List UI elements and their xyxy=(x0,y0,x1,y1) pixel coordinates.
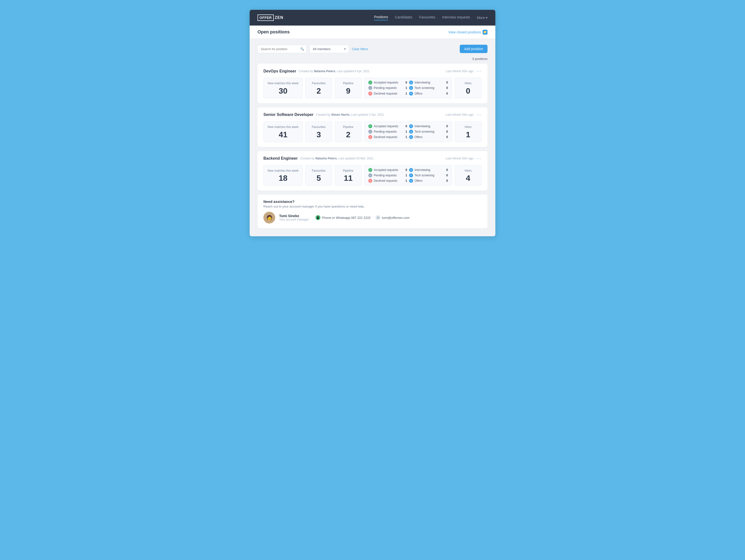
position-name: Backend Engineer xyxy=(263,156,298,161)
last-refresh: Last refresh 55m ago xyxy=(446,69,474,73)
accepted-icon: ✓ xyxy=(368,80,372,85)
more-options-button[interactable]: ··· xyxy=(477,156,482,161)
new-matches-stat: New matches this week 18 xyxy=(263,165,303,186)
nav-favourites[interactable]: Favourites xyxy=(419,15,435,20)
nav-candidates[interactable]: Candidates xyxy=(395,15,412,20)
logo-box: OFFER xyxy=(258,14,274,21)
pipeline-row: ✓ Accepted requests 0 xyxy=(368,124,407,128)
pipeline-row: ℹ Tech screening 0 xyxy=(409,129,448,134)
pipeline-count: 0 xyxy=(446,135,448,139)
new-matches-value: 41 xyxy=(279,131,288,138)
search-input[interactable] xyxy=(258,45,306,53)
pipeline-count: 0 xyxy=(446,86,448,90)
hires-value: 4 xyxy=(466,174,470,182)
pipeline-row: ℹ Offers 0 xyxy=(409,135,448,139)
nav-positions[interactable]: Positions xyxy=(374,15,388,21)
pending-icon: – xyxy=(368,173,372,177)
members-dropdown[interactable]: All members ▾ xyxy=(310,45,349,53)
page-title: Open positions xyxy=(258,30,290,35)
last-refresh: Last refresh 55m ago xyxy=(446,157,474,160)
position-actions: Last refresh 55m ago ··· xyxy=(446,156,482,161)
pipeline-count: 1 xyxy=(406,135,407,139)
new-matches-label: New matches this week xyxy=(267,81,298,86)
pipeline-count: 0 xyxy=(406,168,407,172)
pipeline-label: Pipeline xyxy=(343,169,354,173)
pipeline-label: Pending requests xyxy=(374,86,404,90)
pipeline-row: ℹ Offers 0 xyxy=(409,91,448,96)
tech-icon: ℹ xyxy=(409,173,413,177)
pipeline-label: Accepted requests xyxy=(374,81,404,84)
page-header: Open positions View closed positions 📁 xyxy=(250,26,495,39)
new-matches-value: 30 xyxy=(279,87,288,95)
avatar: 🧑 xyxy=(263,212,275,224)
pipeline-details: ✓ Accepted requests 0 ℹ Interviewing 0 –… xyxy=(364,165,452,186)
pipeline-value: 11 xyxy=(344,174,353,182)
pipeline-count: 0 xyxy=(446,125,448,128)
pipeline-row: ℹ Tech screening 0 xyxy=(409,86,448,90)
more-options-button[interactable]: ··· xyxy=(477,112,482,118)
pipeline-row: – Pending requests 1 xyxy=(368,86,407,90)
interviewing-icon: ℹ xyxy=(409,124,413,128)
pipeline-row: ℹ Interviewing 0 xyxy=(409,80,448,85)
new-matches-stat: New matches this week 41 xyxy=(263,121,303,142)
pipeline-value: 9 xyxy=(346,87,350,95)
pipeline-label: Pending requests xyxy=(374,130,404,133)
pipeline-label: Declined requests xyxy=(374,92,404,95)
pipeline-label: Pipeline xyxy=(343,125,354,129)
tech-icon: ℹ xyxy=(409,86,413,90)
accepted-icon: ✓ xyxy=(368,168,372,172)
stats-row: New matches this week 41 Favourites 3 Pi… xyxy=(263,121,482,142)
position-header: DevOps Engineer Created by Natasha Peter… xyxy=(263,68,482,74)
pipeline-row: ✕ Declined requests 1 xyxy=(368,178,407,183)
position-meta: Created by Natasha Peters. Last updated … xyxy=(300,157,446,160)
email-icon: ✉ xyxy=(376,215,380,220)
pipeline-count: 0 xyxy=(446,179,448,183)
pipeline-label: Offers xyxy=(415,135,445,139)
pipeline-count: 0 xyxy=(446,81,448,84)
last-refresh: Last refresh 55m ago xyxy=(446,113,474,117)
offers-icon: ℹ xyxy=(409,92,413,96)
add-position-button[interactable]: Add position xyxy=(460,45,487,53)
hires-label: Hires xyxy=(465,169,472,173)
offers-icon: ℹ xyxy=(409,135,413,139)
navbar: OFFER ZEN Positions Candidates Favourite… xyxy=(250,10,495,26)
position-name: Senior Software Developer xyxy=(263,112,314,117)
pipeline-stat: Pipeline 9 xyxy=(335,77,362,98)
more-options-button[interactable]: ··· xyxy=(477,68,482,74)
pipeline-label: Accepted requests xyxy=(374,125,404,128)
pipeline-label: Interviewing xyxy=(415,168,445,172)
pipeline-row: ✕ Declined requests 1 xyxy=(368,135,407,139)
pipeline-label: Interviewing xyxy=(415,125,445,128)
pipeline-label: Offers xyxy=(415,179,445,183)
favourites-label: Favourites xyxy=(312,125,326,129)
clear-filters-link[interactable]: Clear filters xyxy=(352,47,368,51)
pipeline-row: ✕ Declined requests 1 xyxy=(368,91,407,96)
nav-more[interactable]: More ▾ xyxy=(477,16,487,20)
pipeline-label: Declined requests xyxy=(374,179,404,183)
positions-count: 3 positions xyxy=(258,57,487,61)
favourites-value: 5 xyxy=(317,174,321,182)
pipeline-row: ℹ Tech screening 0 xyxy=(409,173,448,177)
archive-icon: 📁 xyxy=(483,30,487,35)
nav-interview-requests[interactable]: Interview requests xyxy=(442,15,470,20)
view-closed-positions-link[interactable]: View closed positions 📁 xyxy=(448,30,487,35)
pipeline-label: Declined requests xyxy=(374,135,404,139)
favourites-value: 3 xyxy=(317,131,321,138)
favourites-value: 2 xyxy=(317,87,321,95)
pipeline-count: 0 xyxy=(446,174,448,177)
offers-icon: ℹ xyxy=(409,179,413,183)
pipeline-value: 2 xyxy=(346,131,350,138)
pipeline-count: 1 xyxy=(406,174,407,177)
hires-label: Hires xyxy=(465,125,472,129)
logo[interactable]: OFFER ZEN xyxy=(258,14,283,21)
position-name: DevOps Engineer xyxy=(263,69,296,73)
pipeline-row: ℹ Interviewing 0 xyxy=(409,168,448,172)
email-contact: ✉ tumi@offerzen.com xyxy=(376,215,410,220)
pipeline-row: ✓ Accepted requests 0 xyxy=(368,80,407,85)
positions-container: DevOps Engineer Created by Natasha Peter… xyxy=(258,64,487,191)
pipeline-stat: Pipeline 11 xyxy=(335,165,362,186)
pipeline-label: Tech screening xyxy=(415,86,445,90)
assistance-contact: 🧑 Tumi Sineke Your account manager 📱 Pho… xyxy=(263,212,482,224)
pipeline-label: Tech screening xyxy=(415,174,445,177)
position-header: Backend Engineer Created by Natasha Pete… xyxy=(263,156,482,161)
